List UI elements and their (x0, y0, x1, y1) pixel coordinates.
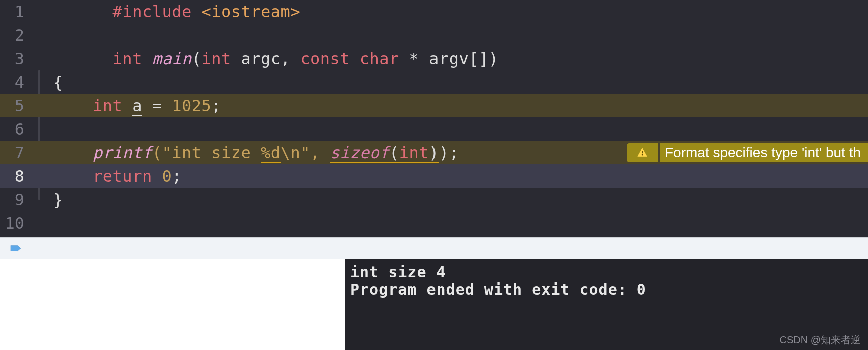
watermark: CSDN @知来者逆 (779, 334, 861, 347)
code-line[interactable]: 6 (0, 118, 868, 141)
open-brace: { (53, 73, 63, 92)
svg-rect-1 (642, 151, 643, 154)
parameter: argv (429, 50, 469, 68)
breadcrumb-bar[interactable] (0, 238, 868, 260)
close-brace: } (53, 190, 63, 210)
svg-point-0 (642, 154, 643, 156)
line-number: 2 (0, 26, 29, 45)
assign-op: = (142, 96, 172, 116)
function-name: main (152, 50, 192, 68)
string-open: (" (152, 144, 172, 162)
semicolon: ; (172, 167, 182, 186)
code-line[interactable]: 1 #include <iostream> (0, 0, 868, 24)
code-line[interactable]: 3 int main(int argc, const char * argv[]… (0, 47, 868, 70)
line-number: 4 (0, 73, 29, 92)
string-body: int size (172, 144, 261, 162)
line-number: 5 (0, 96, 29, 116)
parameter: argc (241, 50, 281, 68)
console-line: int size 4 (350, 264, 446, 281)
semicolon: ; (211, 96, 221, 116)
warning-triangle-icon (637, 148, 648, 158)
preprocessor-directive: #include (113, 2, 192, 22)
format-specifier: %d (261, 144, 281, 164)
function-call-printf: printf (93, 144, 152, 162)
keyword-return: return (93, 167, 152, 186)
tag-icon (10, 245, 21, 252)
line-number: 10 (0, 214, 29, 233)
close-paren: ) (439, 144, 449, 162)
brackets: [] (469, 50, 489, 68)
warning-message[interactable]: Format specifies type 'int' but th (660, 144, 868, 162)
pointer-star: * (399, 50, 429, 68)
variables-pane[interactable] (0, 260, 345, 350)
debug-panel: int size 4 Program ended with exit code:… (0, 260, 868, 350)
type-keyword: int (93, 96, 122, 116)
line-number: 7 (0, 144, 29, 162)
line-number: 3 (0, 50, 29, 68)
semicolon: ; (449, 144, 459, 162)
variable-a: a (132, 96, 142, 116)
code-line[interactable]: 10 (0, 212, 868, 235)
comma: , (281, 50, 301, 68)
type-keyword: int (113, 50, 142, 68)
line-number: 1 (0, 2, 29, 22)
console-output[interactable]: int size 4 Program ended with exit code:… (345, 260, 868, 350)
warning-annotation[interactable]: Format specifies type 'int' but th (627, 141, 868, 164)
code-line[interactable]: 9 } (0, 188, 868, 212)
warning-icon-box[interactable] (627, 144, 658, 162)
keyword-const: const (300, 50, 350, 68)
sizeof-type: int (399, 144, 429, 164)
sizeof-open-paren: ( (389, 144, 399, 164)
code-editor[interactable]: 1 #include <iostream> 2 3 int main(int a… (0, 0, 868, 238)
type-keyword: int (201, 50, 231, 68)
code-line[interactable]: 4 { (0, 70, 868, 94)
escape-sequence: \n (281, 144, 301, 162)
number-literal: 0 (162, 167, 172, 186)
sizeof-close-paren: ) (429, 144, 439, 164)
code-line-current[interactable]: 8 return 0; (0, 164, 868, 188)
line-number: 8 (0, 167, 29, 186)
code-line[interactable]: 5 int a = 1025; (0, 94, 868, 118)
line-number: 6 (0, 120, 29, 139)
number-literal: 1025 (172, 96, 211, 116)
type-keyword: char (360, 50, 399, 68)
string-close: ", (300, 144, 330, 162)
console-line: Program ended with exit code: 0 (350, 281, 646, 298)
code-line[interactable]: 7 printf("int size %d\n", sizeof(int)); … (0, 141, 868, 164)
line-number: 9 (0, 190, 29, 210)
sizeof-operator: sizeof (330, 144, 389, 164)
include-header: <iostream> (201, 2, 300, 22)
